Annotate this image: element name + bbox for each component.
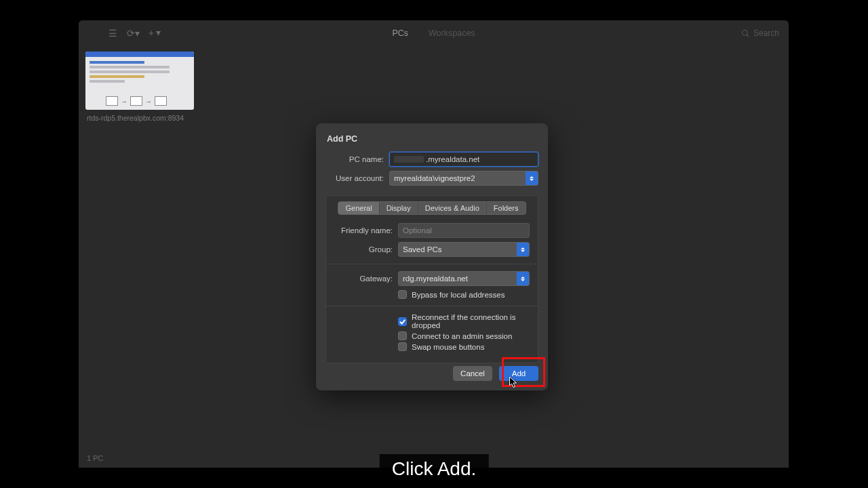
tab-pcs[interactable]: PCs [392,28,408,38]
sidebar-toggle-icon[interactable] [84,25,100,41]
cancel-button[interactable]: Cancel [453,366,492,381]
friendly-name-label: Friendly name: [334,226,398,235]
pc-thumbnail-label: rtds-rdp5.therealpbx.com:8934 [85,114,194,122]
search-field[interactable]: Search [741,28,779,38]
reconnect-checkbox[interactable] [398,317,407,326]
svg-line-1 [747,35,749,37]
dialog-tab-panel: General Display Devices & Audio Folders … [326,195,538,363]
user-account-value: myrealdata\vignestpre2 [394,174,475,182]
dialog-tabbar: General Display Devices & Audio Folders [338,201,526,215]
svg-point-0 [742,30,747,36]
bypass-checkbox[interactable] [398,290,407,299]
group-value: Saved PCs [403,245,442,253]
gateway-select[interactable]: rdg.myrealdata.net [398,271,530,286]
tab-devices-audio[interactable]: Devices & Audio [418,202,487,214]
swap-mouse-label: Swap mouse buttons [412,343,484,351]
tab-workspaces[interactable]: Workspaces [429,28,475,38]
toolbar: ☰ ⟳▾ ＋▾ PCs Workspaces Search [79,20,789,46]
list-view-icon[interactable]: ☰ [104,25,121,41]
pc-name-value: .myrealdata.net [426,155,479,163]
tab-display[interactable]: Display [380,202,418,214]
instruction-caption: Click Add. [380,454,489,484]
pc-name-input[interactable]: .myrealdata.net [389,152,538,167]
pc-thumbnail[interactable]: → → rtds-rdp5.therealpbx.com:8934 [85,52,194,122]
friendly-name-placeholder: Optional [403,226,432,235]
tab-general[interactable]: General [338,202,379,214]
pc-name-label: PC name: [326,155,389,163]
dialog-buttons: Cancel Add [453,366,538,381]
refresh-icon[interactable]: ⟳▾ [125,25,141,41]
add-pc-dialog: Add PC PC name: .myrealdata.net User acc… [316,123,548,390]
add-button[interactable]: Add [499,366,538,381]
reconnect-label: Reconnect if the connection is dropped [412,313,530,329]
pc-thumbnail-preview: → → [85,52,194,110]
gateway-label: Gateway: [334,274,398,283]
add-icon[interactable]: ＋▾ [145,25,161,41]
chevron-updown-icon [526,171,538,185]
friendly-name-input[interactable]: Optional [398,223,530,238]
chevron-updown-icon [517,272,529,285]
footer-count: 1 PC [87,454,103,462]
search-icon [741,29,749,37]
dialog-title: Add PC [326,134,538,144]
tab-folders[interactable]: Folders [487,202,526,214]
user-account-select[interactable]: myrealdata\vignestpre2 [389,171,538,186]
chevron-updown-icon [517,243,529,256]
admin-session-label: Connect to an admin session [412,332,512,340]
search-placeholder: Search [753,28,779,38]
view-tabs: PCs Workspaces [392,28,475,38]
gateway-value: rdg.myrealdata.net [403,274,468,283]
group-label: Group: [334,245,398,253]
swap-mouse-checkbox[interactable] [398,342,407,351]
user-account-label: User account: [326,174,389,182]
bypass-label: Bypass for local addresses [412,291,505,299]
admin-session-checkbox[interactable] [398,331,407,340]
group-select[interactable]: Saved PCs [398,242,530,257]
